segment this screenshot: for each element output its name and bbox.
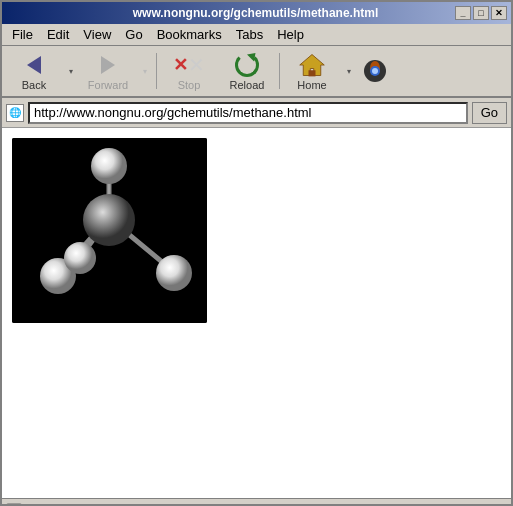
stop-button[interactable]: ✕ Stop xyxy=(161,48,217,94)
reload-button[interactable]: Reload xyxy=(219,48,275,94)
address-bar: 🌐 Go xyxy=(2,98,511,128)
svg-point-16 xyxy=(64,242,96,274)
menu-bookmarks[interactable]: Bookmarks xyxy=(151,25,228,44)
home-label: Home xyxy=(297,79,326,91)
menu-view[interactable]: View xyxy=(77,25,117,44)
svg-rect-1 xyxy=(309,70,316,76)
reload-icon xyxy=(231,51,263,79)
back-label: Back xyxy=(22,79,46,91)
window-controls: _ □ ✕ xyxy=(455,6,507,20)
home-icon xyxy=(296,51,328,79)
reload-label: Reload xyxy=(230,79,265,91)
home-dropdown-arrow[interactable]: ▾ xyxy=(342,48,356,94)
svg-point-12 xyxy=(83,194,135,246)
menu-edit[interactable]: Edit xyxy=(41,25,75,44)
menu-tabs[interactable]: Tabs xyxy=(230,25,269,44)
forward-button[interactable]: Forward xyxy=(80,48,136,94)
status-bar xyxy=(2,498,511,506)
stop-label: Stop xyxy=(178,79,201,91)
window-title: www.nongnu.org/gchemutils/methane.html xyxy=(56,6,455,20)
resize-handle[interactable] xyxy=(493,503,507,507)
forward-icon xyxy=(92,51,124,79)
page-content xyxy=(2,128,511,498)
go-button[interactable]: Go xyxy=(472,102,507,124)
status-page-icon xyxy=(6,502,24,507)
molecule-image xyxy=(12,138,207,323)
toolbar-separator-1 xyxy=(156,53,157,89)
address-input[interactable] xyxy=(28,102,468,124)
forward-label: Forward xyxy=(88,79,128,91)
forward-dropdown-arrow[interactable]: ▾ xyxy=(138,48,152,94)
menu-bar: File Edit View Go Bookmarks Tabs Help xyxy=(2,24,511,46)
toolbar: Back ▾ Forward ▾ ✕ Stop Reload xyxy=(2,46,511,98)
svg-point-13 xyxy=(91,148,127,184)
back-icon xyxy=(18,51,50,79)
address-page-icon: 🌐 xyxy=(6,104,24,122)
maximize-button[interactable]: □ xyxy=(473,6,489,20)
menu-file[interactable]: File xyxy=(6,25,39,44)
back-button[interactable]: Back xyxy=(6,48,62,94)
svg-point-5 xyxy=(372,68,378,74)
menu-go[interactable]: Go xyxy=(119,25,148,44)
title-bar: www.nongnu.org/gchemutils/methane.html _… xyxy=(2,2,511,24)
stop-icon: ✕ xyxy=(173,51,205,79)
home-button[interactable]: Home xyxy=(284,48,340,94)
menu-help[interactable]: Help xyxy=(271,25,310,44)
back-dropdown-arrow[interactable]: ▾ xyxy=(64,48,78,94)
minimize-button[interactable]: _ xyxy=(455,6,471,20)
toolbar-separator-2 xyxy=(279,53,280,89)
close-button[interactable]: ✕ xyxy=(491,6,507,20)
svg-point-15 xyxy=(156,255,192,291)
gecko-icon xyxy=(360,48,390,94)
